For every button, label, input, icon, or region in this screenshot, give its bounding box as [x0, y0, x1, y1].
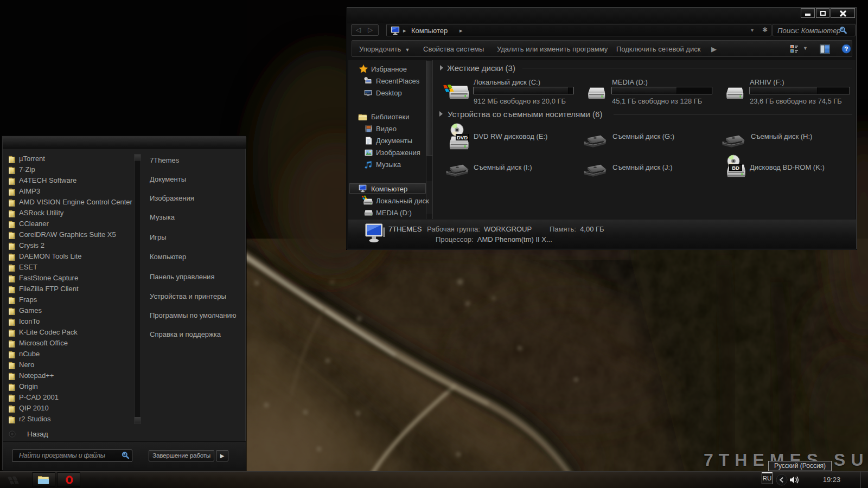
- svg-text:?: ?: [844, 46, 848, 52]
